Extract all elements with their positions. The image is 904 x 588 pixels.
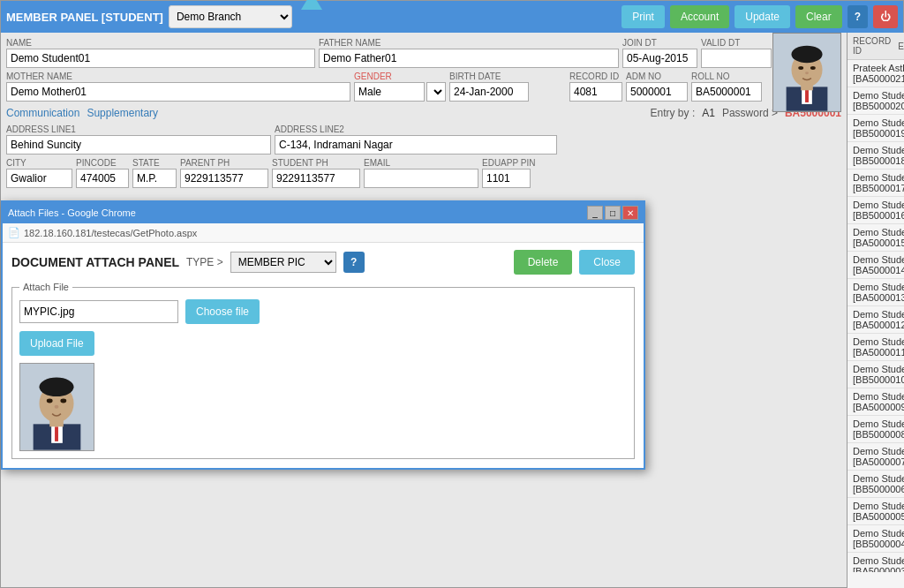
- dialog-help-button[interactable]: ?: [343, 252, 365, 273]
- dialog-photo-preview: [19, 363, 94, 451]
- birth-date-input[interactable]: [449, 82, 529, 102]
- student-list[interactable]: Prateek Asthana [BA5000021]Demo Student2…: [848, 60, 904, 572]
- password-label: Password >: [722, 107, 778, 119]
- main-panel: MEMBER PANEL [STUDENT] Demo Branch Print…: [0, 0, 904, 588]
- student-list-item[interactable]: Demo Student10 [BB5000010]: [848, 361, 904, 388]
- city-input[interactable]: [6, 169, 72, 188]
- eduapp-pin-group: EduApp PIN: [482, 158, 535, 188]
- address1-label: ADDRESS LINE1: [6, 124, 271, 134]
- student-ph-input[interactable]: [272, 169, 360, 188]
- entry-by-value: A1: [702, 107, 715, 119]
- mother-name-input[interactable]: [6, 82, 350, 102]
- valid-dt-input[interactable]: [701, 49, 772, 68]
- student-list-item[interactable]: Demo Student04 [BB5000004]: [848, 525, 904, 553]
- student-list-item[interactable]: Demo Student08 [BB5000008]: [848, 416, 904, 443]
- student-list-item[interactable]: Demo Student11 [BA5000011]: [848, 334, 904, 361]
- record-ids-group: RECORD ID ADM NO ROLL NO: [569, 72, 762, 102]
- student-list-item[interactable]: Demo Student16 [BB5000016]: [848, 197, 904, 224]
- entry-by-label: Entry by :: [651, 107, 696, 119]
- attach-panel-title: DOCUMENT ATTACH PANEL: [11, 255, 179, 269]
- student-list-item[interactable]: Demo Student20 [BB5000020]: [848, 87, 904, 115]
- attach-fieldset: Attach File Choose file Upload File: [11, 282, 635, 459]
- roll-no-input[interactable]: [691, 82, 762, 102]
- join-dt-input[interactable]: [622, 49, 697, 68]
- url-text: 182.18.160.181/testecas/GetPhoto.aspx: [24, 228, 638, 238]
- print-button[interactable]: Print: [622, 5, 665, 28]
- mother-name-group: MOTHER NAME: [6, 72, 350, 102]
- right-sidebar: RECORD ID Entry Prateek Asthana [BA50000…: [847, 33, 904, 588]
- eduapp-pin-label: EduApp PIN: [482, 158, 535, 168]
- record-id-input[interactable]: [569, 82, 622, 102]
- attach-fieldset-legend: Attach File: [19, 282, 72, 292]
- row-city: CITY PINCODE STATE PARENT PH STUDENT PH: [6, 158, 841, 188]
- pincode-input[interactable]: [76, 169, 129, 188]
- pincode-group: PINCODE: [76, 158, 129, 188]
- mother-name-label: MOTHER NAME: [6, 72, 350, 81]
- branch-select[interactable]: Demo Branch: [169, 5, 292, 28]
- power-button[interactable]: ⏻: [873, 5, 898, 28]
- student-list-item[interactable]: Demo Student13 [BA5000013]: [848, 279, 904, 306]
- student-list-item[interactable]: Demo Student06 [BB5000006]: [848, 471, 904, 498]
- sidebar-record-id-label: RECORD ID: [853, 36, 891, 56]
- student-list-item[interactable]: Demo Student12 [BA5000012]: [848, 306, 904, 334]
- type-label: TYPE >: [186, 256, 223, 268]
- svg-point-21: [55, 405, 59, 409]
- svg-point-7: [791, 46, 822, 63]
- student-list-item[interactable]: Demo Student09 [BA5000009]: [848, 388, 904, 416]
- gender-input[interactable]: [354, 82, 425, 102]
- communication-link[interactable]: Communication: [6, 107, 79, 119]
- student-list-item[interactable]: Demo Student15 [BA5000015]: [848, 224, 904, 252]
- file-name-input[interactable]: [19, 300, 178, 323]
- address2-input[interactable]: [275, 135, 557, 155]
- student-photo-main: [772, 33, 841, 112]
- clear-button[interactable]: Clear: [795, 5, 842, 28]
- join-dt-group: JOIN DT: [622, 38, 697, 68]
- birth-date-label: BIRTH DATE: [449, 72, 529, 81]
- student-list-item[interactable]: Demo Student05 [BA5000005]: [848, 498, 904, 525]
- dialog-title-text: Attach Files - Google Chrome: [8, 207, 585, 218]
- svg-point-10: [805, 72, 809, 74]
- student-list-item[interactable]: Demo Student03 [BA5000003]: [848, 553, 904, 572]
- student-list-item[interactable]: Demo Student07 [BA5000007]: [848, 443, 904, 471]
- father-name-input[interactable]: Demo Father01: [319, 49, 619, 68]
- gender-group: GENDER ▼: [354, 72, 446, 102]
- update-button[interactable]: Update: [734, 5, 790, 28]
- student-list-item[interactable]: Demo Student18 [BB5000018]: [848, 142, 904, 170]
- adm-no-input[interactable]: [626, 82, 688, 102]
- address1-input[interactable]: [6, 135, 271, 155]
- join-dt-label: JOIN DT: [622, 38, 697, 48]
- student-list-item[interactable]: Demo Student19 [BB5000019]: [848, 115, 904, 142]
- eduapp-pin-input[interactable]: [482, 169, 531, 188]
- dialog-close-button[interactable]: ✕: [622, 206, 638, 220]
- birth-date-group: BIRTH DATE: [449, 72, 529, 102]
- dialog-close-panel-button[interactable]: Close: [579, 250, 635, 275]
- choose-file-button[interactable]: Choose file: [185, 299, 260, 324]
- gender-select[interactable]: ▼: [426, 82, 446, 102]
- dialog-maximize-button[interactable]: □: [605, 206, 621, 220]
- help-button[interactable]: ?: [848, 5, 868, 28]
- student-ph-group: STUDENT PH: [272, 158, 360, 188]
- name-input[interactable]: Demo Student01: [6, 49, 315, 68]
- student-list-item[interactable]: Prateek Asthana [BA5000021]: [848, 60, 904, 87]
- dialog-titlebar: Attach Files - Google Chrome _ □ ✕: [3, 202, 644, 223]
- record-id-group: RECORD ID: [569, 72, 622, 102]
- parent-ph-input[interactable]: [180, 169, 268, 188]
- roll-no-group: ROLL NO: [691, 72, 762, 102]
- left-form: NAME Demo Student01 FATHER NAME Demo Fat…: [1, 33, 847, 588]
- dialog-delete-button[interactable]: Delete: [514, 250, 573, 275]
- supplementary-link[interactable]: Supplementary: [87, 107, 158, 119]
- student-list-item[interactable]: Demo Student17 [BB5000017]: [848, 170, 904, 197]
- account-button[interactable]: Account: [670, 5, 729, 28]
- svg-rect-4: [805, 89, 809, 102]
- state-input[interactable]: [132, 169, 177, 188]
- content-area: NAME Demo Student01 FATHER NAME Demo Fat…: [1, 33, 903, 588]
- father-name-label: FATHER NAME: [319, 38, 619, 48]
- email-input[interactable]: [364, 169, 478, 188]
- student-list-item[interactable]: Demo Student14 [BA5000014]: [848, 252, 904, 279]
- pincode-label: PINCODE: [76, 158, 129, 168]
- valid-dt-label: VALID DT: [701, 38, 772, 48]
- type-select[interactable]: MEMBER PIC: [230, 252, 336, 273]
- parent-ph-label: PARENT PH: [180, 158, 268, 168]
- dialog-minimize-button[interactable]: _: [587, 206, 603, 220]
- upload-file-button[interactable]: Upload File: [19, 331, 94, 356]
